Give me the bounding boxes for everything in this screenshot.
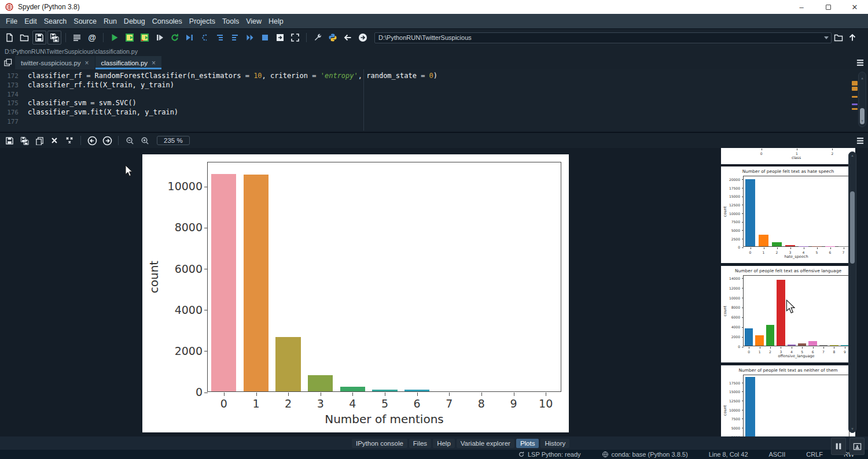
editor-tab-twitter-suspicious-py[interactable]: twitter-suspicious.py× bbox=[15, 56, 95, 69]
menu-projects[interactable]: Projects bbox=[186, 17, 219, 25]
tab-close-icon[interactable]: × bbox=[85, 59, 89, 67]
preferences-button[interactable] bbox=[311, 31, 325, 45]
plot-thumbnail-neither[interactable]: Number of people felt text as neither of… bbox=[721, 365, 855, 436]
remove-plot-button[interactable] bbox=[47, 134, 61, 147]
menu-file[interactable]: File bbox=[2, 17, 21, 25]
editor-options-menu-button[interactable] bbox=[852, 56, 868, 69]
bar-0 bbox=[211, 174, 236, 391]
previous-plot-button[interactable] bbox=[85, 134, 99, 147]
parent-directory-button[interactable] bbox=[845, 31, 859, 45]
y-tick bbox=[742, 308, 744, 308]
menu-search[interactable]: Search bbox=[41, 17, 71, 25]
menu-view[interactable]: View bbox=[242, 17, 265, 25]
menu-debug[interactable]: Debug bbox=[120, 17, 149, 25]
plot-zoom-level[interactable]: 235 % bbox=[157, 136, 190, 145]
chart-title: Number of people felt text as hate speec… bbox=[721, 169, 855, 174]
x-axis-label: offensive_language bbox=[778, 354, 814, 358]
x-tick bbox=[224, 393, 225, 396]
menu-edit[interactable]: Edit bbox=[21, 17, 41, 25]
plot-image-button[interactable] bbox=[849, 438, 865, 455]
y-tick-label: 2500 bbox=[731, 237, 740, 241]
python-env-button[interactable] bbox=[326, 31, 340, 45]
maximize-button[interactable] bbox=[815, 0, 841, 14]
step-over-button[interactable] bbox=[198, 31, 212, 45]
window-title: Spyder (Python 3.8) bbox=[18, 3, 80, 11]
x-tick bbox=[514, 393, 514, 396]
new-file-button[interactable] bbox=[2, 31, 16, 45]
tab-close-icon[interactable]: × bbox=[152, 59, 156, 67]
menu-tools[interactable]: Tools bbox=[219, 17, 242, 25]
save-all-plots-button[interactable] bbox=[17, 134, 31, 147]
fullscreen-button[interactable] bbox=[288, 31, 302, 45]
working-directory-combobox[interactable]: D:\PythonRUN\TwitterSuspicious bbox=[374, 32, 832, 43]
x-tick-label: 3 bbox=[789, 250, 792, 254]
pane-tab-variable-explorer[interactable]: Variable explorer bbox=[457, 439, 514, 448]
back-button[interactable] bbox=[341, 31, 355, 45]
menu-source[interactable]: Source bbox=[70, 17, 100, 25]
stop-debug-button[interactable] bbox=[258, 31, 272, 45]
chart-plot-area: 0200040006000800010000012345678910 bbox=[207, 162, 561, 392]
x-tick bbox=[749, 347, 749, 349]
continue-execution-button[interactable] bbox=[243, 31, 257, 45]
open-file-button[interactable] bbox=[17, 31, 31, 45]
file-switcher-button[interactable] bbox=[70, 31, 84, 45]
save-all-button[interactable] bbox=[47, 31, 61, 45]
save-file-button[interactable] bbox=[32, 31, 46, 45]
thumbnails-scrollbar[interactable]: ▲ ▼ bbox=[848, 151, 856, 433]
x-tick bbox=[770, 347, 771, 349]
minimize-button[interactable]: – bbox=[788, 0, 815, 14]
pane-tab-plots[interactable]: Plots bbox=[516, 439, 539, 448]
editor-tab-classification-py[interactable]: classification.py× bbox=[95, 56, 162, 69]
save-plot-button[interactable] bbox=[2, 134, 16, 147]
run-selection-button[interactable] bbox=[153, 31, 167, 45]
symbol-finder-button[interactable]: @ bbox=[85, 31, 99, 45]
zoom-in-button[interactable] bbox=[138, 134, 152, 147]
remove-all-plots-button[interactable] bbox=[62, 134, 76, 147]
chart-title: Number of people felt text as offensive … bbox=[721, 268, 855, 273]
step-into-button[interactable] bbox=[213, 31, 227, 45]
editor-scrollbar[interactable]: ▲ ▼ bbox=[858, 72, 866, 127]
run-file-button[interactable] bbox=[108, 31, 122, 45]
thumbnails-scrollbar-thumb[interactable] bbox=[850, 191, 855, 264]
copy-image-button[interactable] bbox=[32, 134, 46, 147]
pane-tab-ipython-console[interactable]: IPython console bbox=[352, 439, 407, 448]
y-tick-label: 0 bbox=[196, 386, 203, 398]
zoom-out-button[interactable] bbox=[123, 134, 137, 147]
toolbar-separator bbox=[80, 136, 81, 145]
menu-help[interactable]: Help bbox=[265, 17, 287, 25]
step-return-button[interactable] bbox=[228, 31, 242, 45]
run-cell-advance-icon bbox=[140, 33, 149, 42]
plot-thumbnail-hate-speech[interactable]: Number of people felt text as hate speec… bbox=[721, 166, 855, 263]
x-tick-label: 1 bbox=[796, 151, 798, 156]
code-editor[interactable]: 172classifier_rf = RandomForestClassifie… bbox=[0, 69, 868, 131]
plot-thumbnail-class[interactable]: 012class bbox=[721, 148, 855, 164]
maximize-pane-button[interactable] bbox=[273, 31, 287, 45]
code-text: 'entropy' bbox=[321, 72, 358, 81]
code-line: 173classifier_rf.fit(X_train, y_train) bbox=[0, 81, 868, 90]
code-line: 174 bbox=[0, 90, 868, 99]
x-tick-label: 0 bbox=[749, 250, 752, 254]
pane-tab-history[interactable]: History bbox=[540, 439, 569, 448]
close-button[interactable]: ✕ bbox=[841, 0, 868, 14]
debug-file-button[interactable] bbox=[183, 31, 197, 45]
pane-tab-files[interactable]: Files bbox=[409, 439, 431, 448]
pane-tabbar: IPython consoleFilesHelpVariable explore… bbox=[0, 436, 868, 450]
run-cell-button[interactable] bbox=[123, 31, 137, 45]
pause-button[interactable] bbox=[831, 438, 846, 455]
browse-tabs-button[interactable] bbox=[0, 56, 15, 69]
next-plot-button[interactable] bbox=[100, 134, 114, 147]
y-tick bbox=[742, 347, 744, 347]
y-tick-label: 17500 bbox=[729, 186, 740, 190]
menu-run[interactable]: Run bbox=[100, 17, 120, 25]
browse-directory-button[interactable] bbox=[832, 31, 845, 45]
code-text: 0 bbox=[429, 72, 433, 81]
plots-options-menu-button[interactable] bbox=[852, 137, 868, 145]
pane-tab-help[interactable]: Help bbox=[433, 439, 455, 448]
editor-tabbar: twitter-suspicious.py×classification.py× bbox=[0, 56, 868, 69]
forward-button[interactable] bbox=[356, 31, 370, 45]
menu-consoles[interactable]: Consoles bbox=[149, 17, 186, 25]
rerun-last-button[interactable] bbox=[168, 31, 182, 45]
plot-thumbnail-offensive-language[interactable]: Number of people felt text as offensive … bbox=[721, 266, 855, 362]
y-tick-label: 7500 bbox=[731, 417, 740, 421]
run-cell-advance-button[interactable] bbox=[138, 31, 152, 45]
